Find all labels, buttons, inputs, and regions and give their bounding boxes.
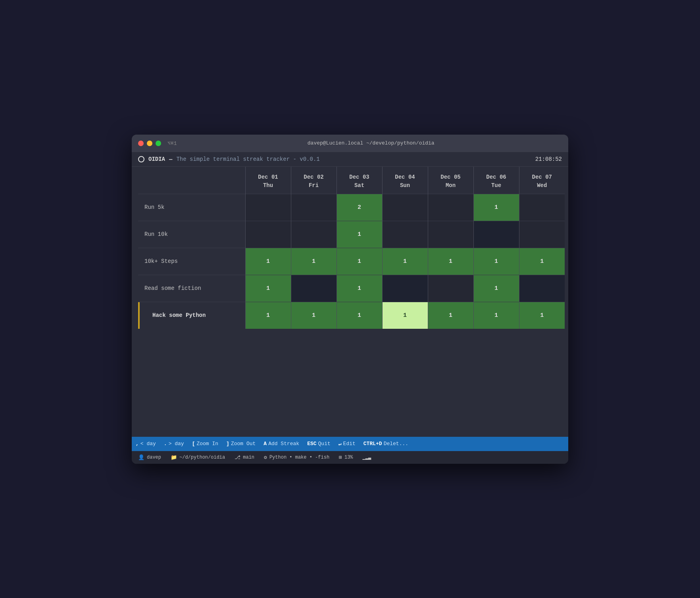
app-subtitle: The simple terminal streak tracker - v0.…: [176, 156, 319, 162]
kbd-quit[interactable]: ESC Quit: [303, 441, 335, 447]
kbd-zoom-out[interactable]: ] Zoom Out: [222, 441, 260, 447]
cell-fiction-dec01[interactable]: 1: [245, 275, 291, 302]
close-button[interactable]: [138, 141, 144, 146]
kbd-label-zoom-out: Zoom Out: [231, 441, 256, 447]
shortcut-label: ⌥⌘1: [167, 140, 177, 147]
cell-10ksteps-dec02[interactable]: 1: [291, 248, 337, 275]
status-bar: 👤 davep 📁 ~/d/python/oidia ⎇ main ⚙ Pyth…: [132, 451, 568, 464]
kbd-key-bracket-open: [: [192, 441, 195, 447]
cell-run5k-dec05[interactable]: [428, 194, 473, 221]
cell-run10k-dec05[interactable]: [428, 221, 473, 248]
main-content: Dec 01Thu Dec 02Fri Dec 03Sat Dec 04Sun …: [132, 167, 568, 437]
app-header: OIDIA — The simple terminal streak track…: [132, 152, 568, 167]
cell-fiction-dec04[interactable]: [382, 275, 428, 302]
kbd-label-quit: Quit: [318, 441, 331, 447]
cell-10ksteps-dec07[interactable]: 1: [519, 248, 565, 275]
cell-fiction-dec05[interactable]: [428, 275, 473, 302]
kbd-add-streak[interactable]: A Add Streak: [260, 441, 303, 447]
kbd-key-ctrld: CTRL+D: [363, 441, 382, 447]
folder-icon: 📁: [171, 454, 177, 461]
keyboard-shortcuts-bar: , < day . > day [ Zoom In ] Zoom Out A A…: [132, 437, 568, 451]
col-header-dec06: Dec 06Tue: [473, 167, 519, 194]
col-header-dec02: Dec 02Fri: [291, 167, 337, 194]
cell-run5k-dec04[interactable]: [382, 194, 428, 221]
col-header-dec03: Dec 03Sat: [337, 167, 382, 194]
cell-run10k-dec01[interactable]: [245, 221, 291, 248]
status-user: 👤 davep: [138, 454, 161, 461]
status-lang: ⚙ Python • make • -fish: [264, 454, 329, 461]
habit-row-run5k: Run 5k 2 1: [138, 194, 565, 221]
title-bar: ⌥⌘1 davep@Lucien.local ~/develop/python/…: [132, 135, 568, 152]
kbd-label-edit: Edit: [343, 441, 356, 447]
habit-label-run10k[interactable]: Run 10k: [138, 221, 245, 248]
habit-label-10ksteps[interactable]: 10k+ Steps: [138, 248, 245, 275]
cell-run10k-dec04[interactable]: [382, 221, 428, 248]
cell-run10k-dec07[interactable]: [519, 221, 565, 248]
label-column-header: [138, 167, 245, 194]
kbd-label-prev-day: < day: [140, 441, 156, 447]
cell-python-dec07[interactable]: 1: [519, 302, 565, 329]
minimize-button[interactable]: [147, 141, 152, 146]
cell-10ksteps-dec01[interactable]: 1: [245, 248, 291, 275]
cell-run5k-dec02[interactable]: [291, 194, 337, 221]
status-branch-text: main: [243, 455, 254, 460]
cell-python-dec06[interactable]: 1: [473, 302, 519, 329]
branch-icon: ⎇: [235, 454, 240, 461]
cell-run10k-dec03[interactable]: 1: [337, 221, 382, 248]
cell-python-dec02[interactable]: 1: [291, 302, 337, 329]
lang-icon: ⚙: [264, 454, 267, 461]
cell-10ksteps-dec03[interactable]: 1: [337, 248, 382, 275]
col-header-dec07: Dec 07Wed: [519, 167, 565, 194]
cell-fiction-dec06[interactable]: 1: [473, 275, 519, 302]
status-path: 📁 ~/d/python/oidia: [171, 454, 225, 461]
cell-10ksteps-dec04[interactable]: 1: [382, 248, 428, 275]
cell-python-dec01[interactable]: 1: [245, 302, 291, 329]
cell-fiction-dec07[interactable]: [519, 275, 565, 302]
status-percent-text: 13%: [344, 455, 353, 460]
kbd-label-next-day: > day: [169, 441, 184, 447]
habit-label-fiction[interactable]: Read some fiction: [138, 275, 245, 302]
header-row: Dec 01Thu Dec 02Fri Dec 03Sat Dec 04Sun …: [138, 167, 565, 194]
user-icon: 👤: [138, 454, 144, 461]
tracker-grid: Dec 01Thu Dec 02Fri Dec 03Sat Dec 04Sun …: [132, 167, 568, 329]
habit-name-run5k: Run 5k: [138, 204, 171, 210]
kbd-key-a: A: [263, 441, 267, 447]
app-indicator-icon: [138, 156, 144, 162]
cell-python-dec05[interactable]: 1: [428, 302, 473, 329]
app-separator: —: [169, 156, 172, 162]
kbd-edit[interactable]: ↵ Edit: [335, 441, 360, 447]
status-lang-text: Python • make • -fish: [269, 455, 329, 460]
habit-row-run10k: Run 10k 1: [138, 221, 565, 248]
kbd-prev-day[interactable]: , < day: [132, 441, 160, 447]
maximize-button[interactable]: [156, 141, 161, 146]
kbd-zoom-in[interactable]: [ Zoom In: [188, 441, 222, 447]
cell-run5k-dec01[interactable]: [245, 194, 291, 221]
habit-label-run5k[interactable]: Run 5k: [138, 194, 245, 221]
cell-python-dec04[interactable]: 1: [382, 302, 428, 329]
status-branch: ⎇ main: [235, 454, 254, 461]
kbd-delete[interactable]: CTRL+D Delet...: [360, 441, 412, 447]
cell-run5k-dec07[interactable]: [519, 194, 565, 221]
cell-python-dec03[interactable]: 1: [337, 302, 382, 329]
cell-10ksteps-dec05[interactable]: 1: [428, 248, 473, 275]
cell-run5k-dec03[interactable]: 2: [337, 194, 382, 221]
cell-run10k-dec02[interactable]: [291, 221, 337, 248]
kbd-key-comma: ,: [136, 441, 139, 447]
kbd-next-day[interactable]: . > day: [160, 441, 188, 447]
col-header-dec04: Dec 04Sun: [382, 167, 428, 194]
grid-icon: ⊞: [339, 454, 342, 461]
habit-name-fiction: Read some fiction: [138, 285, 208, 291]
kbd-key-period: .: [164, 441, 167, 447]
traffic-lights: [138, 141, 161, 146]
app-name: OIDIA: [148, 156, 165, 162]
cell-10ksteps-dec06[interactable]: 1: [473, 248, 519, 275]
kbd-label-add-streak: Add Streak: [268, 441, 299, 447]
window-title: davep@Lucien.local ~/develop/python/oidi…: [180, 140, 562, 146]
cell-fiction-dec03[interactable]: 1: [337, 275, 382, 302]
col-header-dec05: Dec 05Mon: [428, 167, 473, 194]
cell-fiction-dec02[interactable]: [291, 275, 337, 302]
cell-run5k-dec06[interactable]: 1: [473, 194, 519, 221]
streak-marker-icon: [138, 302, 140, 329]
habit-label-python[interactable]: Hack some Python: [138, 302, 245, 329]
cell-run10k-dec06[interactable]: [473, 221, 519, 248]
